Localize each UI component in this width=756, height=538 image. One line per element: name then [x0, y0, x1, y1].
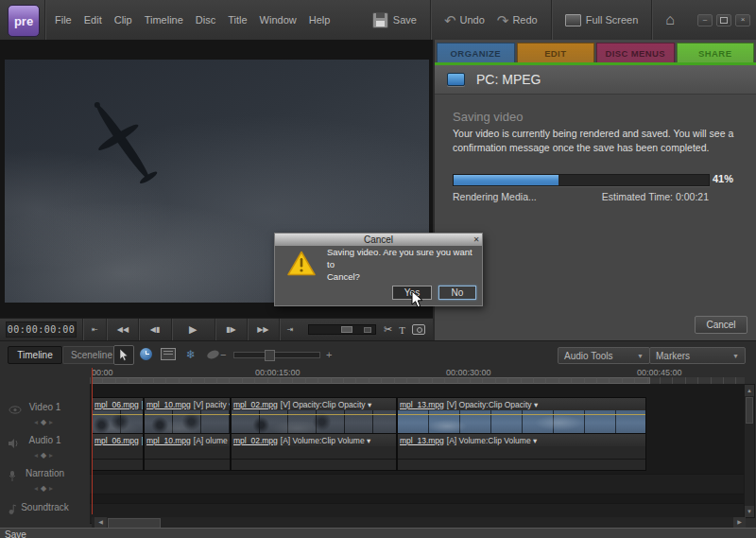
current-time-indicator[interactable]: [92, 368, 93, 514]
menu-help[interactable]: Help: [309, 14, 331, 26]
horizontal-scrollbar[interactable]: ◀ ▶: [92, 517, 746, 528]
zoom-slider-thumb[interactable]: [265, 350, 275, 361]
split-clip-button[interactable]: ✂: [384, 323, 392, 336]
share-panel: ORGANIZE EDIT DISC MENUS SHARE PC: MPEG …: [435, 40, 756, 340]
monitor-icon: [565, 14, 581, 26]
dialog-title: Cancel: [286, 234, 471, 245]
clip-effect-label: [A] Volume:Clip Volume ▾: [281, 436, 370, 445]
tab-disc-menus[interactable]: DISC MENUS: [596, 43, 675, 62]
audio-tools-dropdown[interactable]: Audio Tools▼: [558, 347, 650, 364]
redo-button[interactable]: ↷ Redo: [497, 13, 538, 27]
minimize-button[interactable]: –: [697, 14, 713, 26]
close-button[interactable]: ×: [735, 14, 750, 26]
video-clip-mpl06[interactable]: mpl_06.mpg[: [92, 397, 144, 434]
step-forward-button[interactable]: ▮▶: [215, 319, 247, 340]
tab-organize[interactable]: ORGANIZE: [437, 43, 515, 62]
properties-button[interactable]: [159, 345, 178, 363]
play-button[interactable]: ▶: [171, 319, 215, 340]
snowflake-icon: ❄: [186, 348, 196, 361]
menu-title[interactable]: Title: [228, 14, 247, 26]
main-menu: File Edit Clip Timeline Disc Title Windo…: [55, 14, 330, 26]
redo-icon: ↷: [497, 13, 509, 27]
step-back-button[interactable]: ◀▮: [138, 319, 170, 340]
video-clip-mpl02[interactable]: mpl_02.mpg[V] Opacity:Clip Opacity ▾: [231, 397, 397, 434]
next-edit-button[interactable]: ⇥: [279, 319, 301, 340]
video-clip-mpl10[interactable]: mpl_10.mpg[V] pacity ▾: [144, 397, 231, 434]
clip-filename: mpl_10.mpg: [146, 400, 191, 409]
opacity-rubber-band[interactable]: [93, 414, 143, 415]
full-screen-button[interactable]: Full Screen: [551, 0, 652, 40]
rewind-button[interactable]: ◀◀: [106, 319, 138, 340]
audio-clip-mpl02[interactable]: mpl_02.mpg[A] Volume:Clip Volume ▾: [231, 433, 397, 471]
tab-share[interactable]: SHARE: [677, 43, 755, 62]
menu-timeline[interactable]: Timeline: [145, 14, 183, 26]
track-nav-arrows[interactable]: ◂◆▸: [0, 484, 90, 493]
time-ruler[interactable]: 00:00 00:00:15:00 00:00:30:00 00:00:45:0…: [90, 368, 746, 377]
opacity-rubber-band[interactable]: [398, 414, 645, 415]
scroll-left-arrow[interactable]: ◀: [94, 517, 107, 528]
dialog-title-bar[interactable]: Cancel ✕: [275, 234, 482, 246]
preset-header: PC: MPEG: [435, 65, 756, 95]
audio-clip-mpl10[interactable]: mpl_10.mpg[A] olume ▾: [144, 433, 231, 471]
warning-icon: [287, 251, 316, 276]
timeline-toolbar: Timeline Sceneline ❄ − + Audio Tools▼ Ma…: [0, 343, 756, 366]
opacity-rubber-band[interactable]: [232, 414, 396, 415]
no-button[interactable]: No: [438, 286, 476, 300]
menu-edit[interactable]: Edit: [84, 14, 102, 26]
shuttle-slider[interactable]: [308, 324, 376, 335]
ruler-label: 00:00:30:00: [446, 368, 491, 377]
pc-display-icon: [447, 73, 465, 86]
track-nav-arrows[interactable]: ◂◆▸: [0, 418, 90, 426]
menu-clip[interactable]: Clip: [114, 14, 132, 26]
vertical-scrollbar[interactable]: ▲ ▼: [744, 384, 755, 518]
motion-tracking-button[interactable]: [203, 345, 222, 363]
clock-icon: [140, 348, 152, 360]
divider: [44, 0, 45, 40]
add-text-button[interactable]: T: [399, 324, 405, 336]
time-stretch-tool[interactable]: [136, 345, 155, 363]
audio-clip-mpl13[interactable]: mpl_13.mpg[A] Volume:Clip Volume ▾: [397, 433, 646, 471]
tab-edit[interactable]: EDIT: [517, 43, 595, 62]
status-bar: Save: [0, 528, 756, 538]
zoom-in-button[interactable]: +: [326, 349, 332, 360]
sceneline-view-button[interactable]: Sceneline: [62, 346, 121, 364]
menu-file[interactable]: File: [55, 14, 72, 26]
dialog-close-icon[interactable]: ✕: [471, 235, 482, 244]
previous-edit-button[interactable]: ⇤: [82, 319, 106, 340]
cancel-render-button[interactable]: Cancel: [695, 316, 747, 334]
video-clip-mpl13[interactable]: mpl_13.mpg[V] Opacity:Clip Opacity ▾: [397, 397, 646, 434]
freeze-frame-button[interactable]: [412, 324, 425, 335]
mouse-cursor: [411, 290, 423, 308]
render-status: Rendering Media...: [453, 191, 537, 202]
timeline-view-button[interactable]: Timeline: [8, 346, 62, 364]
save-button[interactable]: Save: [359, 0, 430, 40]
restore-button[interactable]: [716, 14, 731, 26]
track-nav-arrows[interactable]: ◂◆▸: [0, 451, 90, 460]
opacity-rubber-band[interactable]: [145, 414, 230, 415]
menu-bar: pre File Edit Clip Timeline Disc Title W…: [0, 0, 756, 41]
timeline-panel: Timeline Sceneline ❄ − + Audio Tools▼ Ma…: [0, 340, 756, 529]
timeline-zoom-slider[interactable]: [233, 352, 320, 358]
home-button[interactable]: ⌂: [651, 0, 688, 40]
shuttle-thumb[interactable]: [341, 326, 352, 333]
menu-window[interactable]: Window: [260, 14, 297, 26]
undo-button[interactable]: ↶ Undo: [444, 13, 485, 27]
vertical-scroll-thumb[interactable]: [746, 397, 753, 424]
chevron-down-icon: ▼: [637, 353, 644, 359]
selection-tool[interactable]: [113, 345, 134, 365]
dialog-message-line1: Saving video. Are you sure you want to: [327, 247, 478, 271]
fast-forward-button[interactable]: ▶▶: [247, 319, 279, 340]
clip-filename: mpl_02.mpg: [233, 436, 278, 445]
dialog-message: Saving video. Are you sure you want to C…: [327, 247, 478, 283]
cancel-dialog: Cancel ✕ Saving video. Are you sure you …: [274, 233, 483, 306]
scroll-up-arrow[interactable]: ▲: [745, 385, 754, 396]
zoom-out-button[interactable]: −: [220, 349, 226, 360]
markers-dropdown[interactable]: Markers▼: [649, 347, 746, 364]
scroll-down-arrow[interactable]: ▼: [745, 506, 754, 517]
menu-disc[interactable]: Disc: [196, 14, 215, 26]
progress-bar: [453, 174, 710, 186]
scroll-right-arrow[interactable]: ▶: [733, 517, 746, 528]
audio-clip-mpl06[interactable]: mpl_06.mpg[: [92, 433, 144, 471]
transport-bar: 00:00:00:00 ⇤ ◀◀ ◀▮ ▶ ▮▶ ▶▶ ⇥ ✂ T: [0, 318, 433, 340]
smart-trim-button[interactable]: ❄: [181, 345, 200, 363]
